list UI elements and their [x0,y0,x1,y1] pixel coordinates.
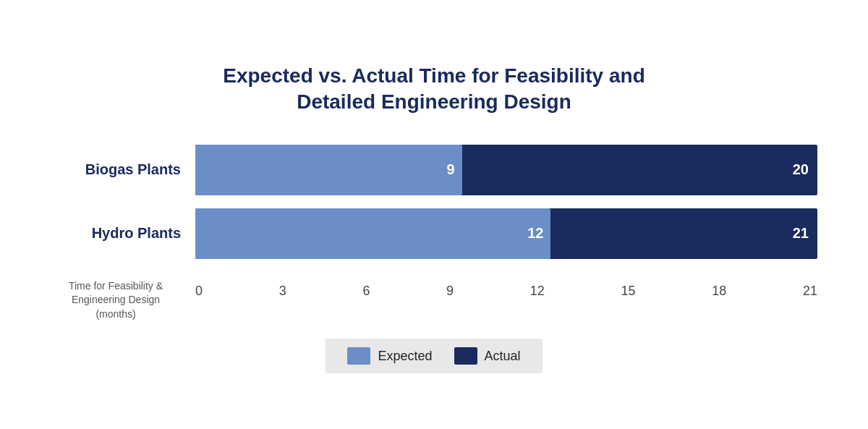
bar-row: Hydro Plants1221 [51,208,817,259]
x-axis-ticks: 036912151821 [195,279,817,299]
x-tick: 9 [446,284,454,299]
chart-container: Expected vs. Actual Time for Feasibility… [36,41,832,388]
x-tick: 6 [362,284,370,299]
bar-value-expected: 9 [446,161,454,178]
chart-body: Biogas Plants920Hydro Plants1221 Time fo… [51,145,817,374]
legend-label-actual: Actual [485,349,521,364]
bar-value-expected: 12 [527,225,543,242]
bar-label: Biogas Plants [51,161,195,178]
bar-expected: 9 [195,145,462,195]
legend-item-actual: Actual [454,347,521,365]
bar-area: 1221 [195,208,817,259]
legend-color-actual [454,347,477,365]
chart-title: Expected vs. Actual Time for Feasibility… [51,63,817,116]
legend-color-expected [347,347,370,365]
bar-label: Hydro Plants [51,225,195,242]
legend-label-expected: Expected [378,349,432,364]
x-tick: 3 [279,284,286,299]
bar-area: 920 [195,145,817,195]
bar-value-actual: 21 [793,225,809,242]
bar-expected: 12 [195,208,550,259]
x-axis-row: Time for Feasibility &Engineering Design… [51,279,817,322]
x-axis-label: Time for Feasibility &Engineering Design… [51,279,195,322]
bar-value-actual: 20 [793,161,809,178]
bar-row: Biogas Plants920 [51,145,817,195]
legend-item-expected: Expected [347,347,432,365]
x-tick: 0 [195,284,203,299]
x-tick: 15 [621,284,636,299]
legend: Expected Actual [326,339,542,373]
x-tick: 21 [803,284,817,299]
x-tick: 12 [530,284,545,299]
x-tick: 18 [712,284,726,299]
